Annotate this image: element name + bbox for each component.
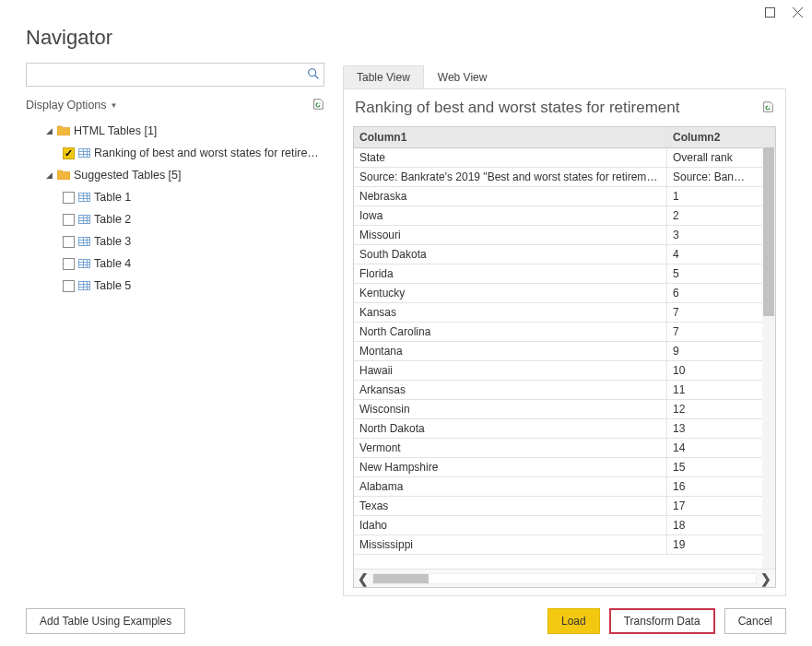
tree-item-table-4[interactable]: Table 4: [26, 253, 324, 275]
scroll-left-icon[interactable]: ❮: [354, 571, 372, 586]
table-cell: Arkansas: [354, 381, 667, 399]
tree-item-table-1[interactable]: Table 1: [26, 186, 324, 208]
scroll-right-icon[interactable]: ❯: [757, 571, 775, 586]
table-row[interactable]: Missouri3: [354, 226, 775, 245]
add-table-using-examples-button[interactable]: Add Table Using Examples: [26, 608, 185, 634]
tab-web-view[interactable]: Web View: [424, 65, 501, 88]
tree-item-table-2[interactable]: Table 2: [26, 208, 324, 230]
transform-data-button[interactable]: Transform Data: [609, 608, 715, 634]
table-cell: Source: Bankrate's 2019 "Best and worst …: [354, 168, 667, 186]
table-row[interactable]: Florida5: [354, 264, 775, 284]
tree-group-label: Suggested Tables [5]: [74, 169, 182, 182]
table-cell: Alabama: [354, 477, 667, 496]
table-row[interactable]: Montana9: [354, 342, 775, 361]
vertical-scroll-thumb[interactable]: [763, 147, 774, 316]
folder-icon: [57, 169, 70, 182]
table-cell: Nebraska: [354, 187, 667, 206]
cancel-button[interactable]: Cancel: [724, 608, 786, 634]
table-icon: [78, 215, 90, 224]
tree-group-label: HTML Tables [1]: [74, 124, 157, 137]
tree-item-ranking[interactable]: ✓ Ranking of best and worst states for r…: [26, 142, 324, 164]
checkbox-checked[interactable]: ✓: [63, 147, 75, 159]
tree-item-label: Table 2: [94, 213, 131, 226]
table-cell: 7: [667, 323, 756, 341]
table-row[interactable]: Hawaii10: [354, 361, 775, 381]
table-cell: Hawaii: [354, 361, 667, 380]
load-button[interactable]: Load: [547, 608, 600, 634]
table-row[interactable]: New Hampshire15: [354, 458, 775, 477]
display-options-dropdown[interactable]: Display Options ▼: [26, 99, 117, 112]
table-cell: Iowa: [354, 206, 667, 225]
dialog-title: Navigator: [0, 24, 812, 63]
table-cell: 2: [667, 206, 756, 225]
preview-pane: Ranking of best and worst states for ret…: [343, 88, 786, 596]
tree-group-suggested-tables[interactable]: ◢ Suggested Tables [5]: [26, 164, 324, 186]
tree-item-table-3[interactable]: Table 3: [26, 230, 324, 253]
table-row[interactable]: Source: Bankrate's 2019 "Best and worst …: [354, 168, 775, 187]
horizontal-scroll-thumb[interactable]: [373, 574, 429, 583]
table-cell: South Dakota: [354, 245, 667, 264]
column-header-2[interactable]: Column2: [667, 127, 756, 147]
column-header-1[interactable]: Column1: [354, 127, 667, 147]
tree-item-label: Table 3: [94, 235, 131, 248]
table-row[interactable]: Kansas7: [354, 303, 775, 323]
table-cell: 11: [667, 381, 756, 399]
tree-item-label: Ranking of best and worst states for ret…: [94, 147, 319, 159]
checkbox[interactable]: [63, 192, 75, 204]
collapse-icon[interactable]: ◢: [44, 170, 53, 180]
tree-item-table-5[interactable]: Table 5: [26, 275, 324, 297]
svg-rect-0: [765, 7, 774, 17]
table-cell: 17: [667, 497, 756, 515]
table-cell: 1: [667, 187, 756, 206]
maximize-button[interactable]: [762, 5, 777, 19]
table-row[interactable]: StateOverall rank: [354, 148, 775, 168]
table-row[interactable]: Texas17: [354, 497, 775, 516]
table-cell: Florida: [354, 264, 667, 283]
vertical-scrollbar[interactable]: [762, 147, 775, 569]
table-row[interactable]: North Carolina7: [354, 323, 775, 342]
table-cell: New Hampshire: [354, 458, 667, 476]
tree-item-label: Table 1: [94, 191, 131, 204]
table-cell: North Dakota: [354, 419, 667, 438]
checkbox[interactable]: [63, 236, 75, 248]
table-row[interactable]: Kentucky6: [354, 284, 775, 303]
table-row[interactable]: Nebraska1: [354, 187, 775, 206]
table-cell: 16: [667, 477, 756, 496]
table-cell: 10: [667, 361, 756, 380]
refresh-icon[interactable]: [312, 98, 324, 113]
checkbox[interactable]: [63, 280, 75, 292]
collapse-icon[interactable]: ◢: [44, 126, 53, 135]
table-cell: 3: [667, 226, 756, 244]
table-row[interactable]: Mississippi19: [354, 535, 775, 555]
table-cell: State: [354, 148, 667, 167]
checkbox[interactable]: [63, 258, 75, 270]
preview-table: Column1 Column2 StateOverall rankSource:…: [353, 126, 776, 588]
add-column-icon[interactable]: [761, 100, 774, 116]
table-row[interactable]: South Dakota4: [354, 245, 775, 264]
table-row[interactable]: Arkansas11: [354, 381, 775, 400]
table-row[interactable]: Idaho18: [354, 516, 775, 535]
close-button[interactable]: [790, 5, 805, 19]
table-cell: 5: [667, 264, 756, 283]
search-box[interactable]: [26, 63, 324, 87]
table-cell: 6: [667, 284, 756, 302]
checkbox[interactable]: [63, 214, 75, 226]
tab-table-view[interactable]: Table View: [343, 65, 424, 88]
table-row[interactable]: Iowa2: [354, 206, 775, 226]
table-cell: Texas: [354, 497, 667, 515]
table-cell: 9: [667, 342, 756, 360]
tree-group-html-tables[interactable]: ◢ HTML Tables [1]: [26, 120, 324, 142]
display-options-label: Display Options: [26, 99, 107, 112]
horizontal-scrollbar[interactable]: ❮ ❯: [354, 569, 775, 587]
table-icon: [78, 259, 90, 268]
table-row[interactable]: Vermont14: [354, 439, 775, 458]
navigator-tree-panel: Display Options ▼ ◢ HTML Tables [1] ✓: [0, 63, 334, 596]
table-row[interactable]: Alabama16: [354, 477, 775, 497]
search-input[interactable]: [30, 65, 307, 85]
table-row[interactable]: Wisconsin12: [354, 400, 775, 419]
table-cell: 19: [667, 535, 756, 554]
table-cell: Vermont: [354, 439, 667, 457]
table-row[interactable]: North Dakota13: [354, 419, 775, 439]
table-cell: Source: Bankrate': [667, 168, 756, 186]
search-icon[interactable]: [307, 67, 320, 83]
